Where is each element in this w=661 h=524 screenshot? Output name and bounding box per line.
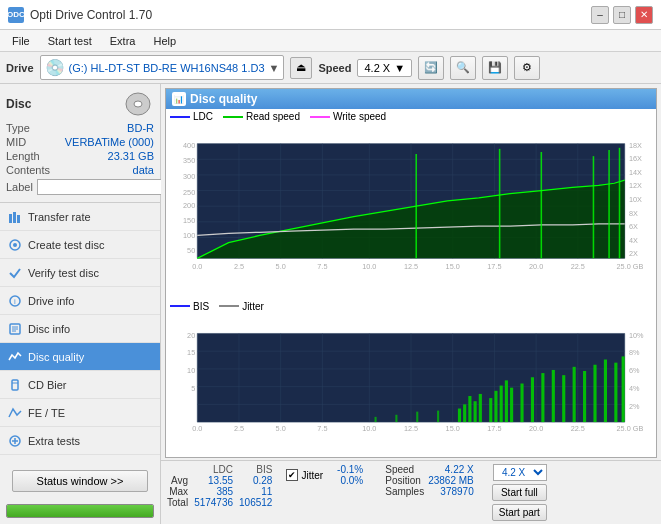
sidebar-item-drive-info[interactable]: i Drive info xyxy=(0,287,160,315)
svg-text:6%: 6% xyxy=(629,366,640,375)
contents-key: Contents xyxy=(6,164,50,176)
svg-text:5: 5 xyxy=(191,384,195,393)
svg-text:2%: 2% xyxy=(629,401,640,410)
start-full-button[interactable]: Start full xyxy=(492,484,547,501)
speed-action-section: 4.2 X Start full Start part xyxy=(492,464,547,521)
start-part-button[interactable]: Start part xyxy=(492,504,547,521)
sidebar-item-fe-te[interactable]: FE / TE xyxy=(0,399,160,427)
avg-ldc: 13.55 xyxy=(194,475,239,486)
eject-button[interactable]: ⏏ xyxy=(290,57,312,79)
max-bis: 11 xyxy=(239,486,278,497)
minimize-button[interactable]: – xyxy=(591,6,609,24)
svg-point-6 xyxy=(13,243,17,247)
stats-table: LDC BIS Avg 13.55 0.28 Max 385 11 Total … xyxy=(167,464,278,508)
svg-rect-124 xyxy=(552,370,555,422)
nav-label-extra-tests: Extra tests xyxy=(28,435,80,447)
sidebar-nav: Transfer rate Create test disc Verify te… xyxy=(0,203,160,460)
svg-text:250: 250 xyxy=(183,188,195,197)
label-key: Label xyxy=(6,181,33,193)
svg-text:20.0: 20.0 xyxy=(529,262,543,271)
sidebar-item-extra-tests[interactable]: Extra tests xyxy=(0,427,160,455)
sidebar-progress-bar xyxy=(6,504,154,518)
jitter-checkbox[interactable]: ✔ xyxy=(286,469,298,481)
chart-panel-header: 📊 Disc quality xyxy=(166,89,656,109)
disc-info-icon xyxy=(8,322,22,336)
disc-quality-icon xyxy=(8,350,22,364)
menu-start-test[interactable]: Start test xyxy=(40,33,100,49)
svg-rect-117 xyxy=(494,391,497,422)
drive-selector[interactable]: 💿 (G:) HL-DT-ST BD-RE WH16NS48 1.D3 ▼ xyxy=(40,55,285,80)
svg-text:15.0: 15.0 xyxy=(446,424,460,433)
svg-text:15: 15 xyxy=(187,348,195,357)
max-jitter: 0.0% xyxy=(337,475,369,486)
drive-info-icon: i xyxy=(8,294,22,308)
svg-text:100: 100 xyxy=(183,232,195,241)
svg-text:200: 200 xyxy=(183,201,195,210)
svg-rect-132 xyxy=(375,417,377,422)
svg-text:5.0: 5.0 xyxy=(276,424,286,433)
svg-rect-112 xyxy=(463,404,466,422)
settings-button[interactable]: ⚙ xyxy=(514,56,540,80)
disc-quality-panel: 📊 Disc quality LDC Read speed xyxy=(165,88,657,458)
legend-bis: BIS xyxy=(170,301,209,312)
samples-label: Samples xyxy=(385,486,428,497)
samples-val: 378970 xyxy=(428,486,478,497)
jitter-label: Jitter xyxy=(301,470,323,481)
sidebar-item-transfer-rate[interactable]: Transfer rate xyxy=(0,203,160,231)
legend-read: Read speed xyxy=(223,111,300,122)
svg-text:25.0 GB: 25.0 GB xyxy=(617,262,644,271)
sidebar-item-cd-bier[interactable]: CD Bier xyxy=(0,371,160,399)
svg-rect-125 xyxy=(562,375,565,422)
sidebar-item-disc-quality[interactable]: Disc quality xyxy=(0,343,160,371)
jitter-stats-table: -0.1% 0.0% xyxy=(331,464,369,486)
total-ldc: 5174736 xyxy=(194,497,239,508)
bottom-chart-legend: BIS Jitter xyxy=(166,299,656,314)
close-button[interactable]: ✕ xyxy=(635,6,653,24)
title-controls: – □ ✕ xyxy=(591,6,653,24)
contents-val: data xyxy=(133,164,154,176)
svg-text:15.0: 15.0 xyxy=(446,262,460,271)
top-chart-wrapper: 400 350 300 250 200 150 100 50 18X 16X 1… xyxy=(166,124,656,299)
maximize-button[interactable]: □ xyxy=(613,6,631,24)
svg-text:25.0 GB: 25.0 GB xyxy=(617,424,644,433)
menu-extra[interactable]: Extra xyxy=(102,33,144,49)
menu-help[interactable]: Help xyxy=(145,33,184,49)
speed-stat-val: 4.22 X xyxy=(428,464,478,475)
svg-rect-127 xyxy=(583,371,586,422)
status-window-button[interactable]: Status window >> xyxy=(12,470,148,492)
title-bar-left: ODC Opti Drive Control 1.70 xyxy=(8,7,152,23)
svg-rect-116 xyxy=(489,398,492,422)
svg-text:i: i xyxy=(14,297,16,306)
svg-rect-121 xyxy=(520,383,523,422)
dq-area: LDC Read speed Write speed xyxy=(166,109,656,457)
scan-button[interactable]: 🔍 xyxy=(450,56,476,80)
menu-file[interactable]: File xyxy=(4,33,38,49)
bottom-chart-svg: 20 15 10 5 10% 8% 6% 4% 2% 0.0 xyxy=(166,314,656,457)
avg-bis: 0.28 xyxy=(239,475,278,486)
svg-text:12.5: 12.5 xyxy=(404,262,418,271)
svg-text:8%: 8% xyxy=(629,348,640,357)
svg-text:14X: 14X xyxy=(629,168,642,177)
sidebar: Disc Type BD-R MID VERBATiMe (000) Lengt… xyxy=(0,84,161,524)
legend-write: Write speed xyxy=(310,111,386,122)
speed-pos-section: Speed 4.22 X Position 23862 MB Samples 3… xyxy=(385,464,478,497)
sidebar-item-verify-test-disc[interactable]: Verify test disc xyxy=(0,259,160,287)
svg-text:4X: 4X xyxy=(629,236,638,245)
nav-label-cd-bier: CD Bier xyxy=(28,379,67,391)
mid-val: VERBATiMe (000) xyxy=(65,136,154,148)
speed-selector[interactable]: 4.2 X ▼ xyxy=(357,59,412,77)
label-input[interactable] xyxy=(37,179,170,195)
avg-jitter: -0.1% xyxy=(337,464,369,475)
svg-rect-114 xyxy=(474,401,477,422)
action-buttons: Start full Start part xyxy=(492,484,547,521)
sidebar-item-create-test-disc[interactable]: Create test disc xyxy=(0,231,160,259)
speed-label: Speed xyxy=(318,62,351,74)
type-key: Type xyxy=(6,122,30,134)
svg-text:0.0: 0.0 xyxy=(192,424,202,433)
svg-text:300: 300 xyxy=(183,172,195,181)
write-button[interactable]: 💾 xyxy=(482,56,508,80)
svg-text:400: 400 xyxy=(183,141,195,150)
speed-dropdown[interactable]: 4.2 X xyxy=(493,464,547,481)
sidebar-item-disc-info[interactable]: Disc info xyxy=(0,315,160,343)
refresh-button[interactable]: 🔄 xyxy=(418,56,444,80)
